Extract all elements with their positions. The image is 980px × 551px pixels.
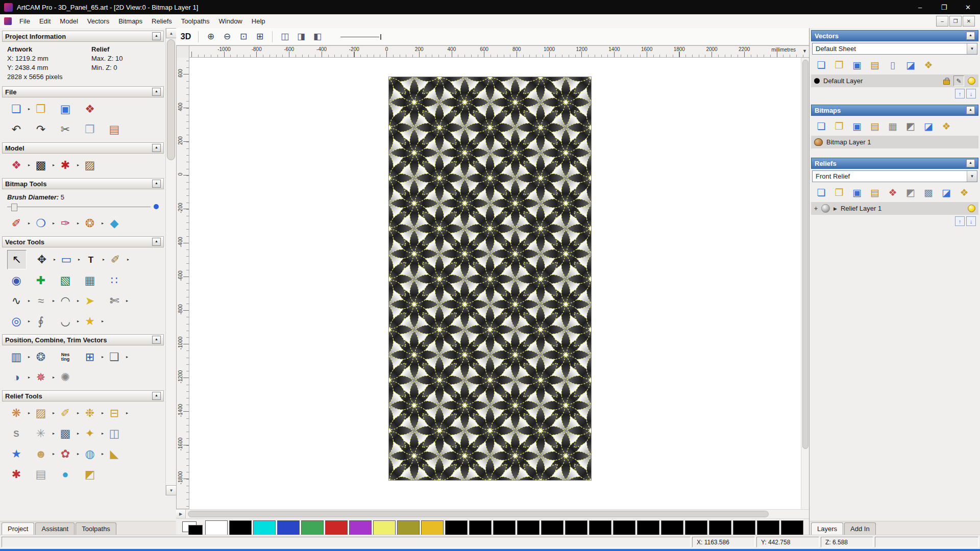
add-relief-icon[interactable]: + — [814, 205, 818, 212]
cut-button[interactable]: ✂ — [56, 120, 75, 139]
copy-button[interactable]: ❐ — [81, 120, 99, 139]
section-header-file[interactable]: File ▲ — [2, 86, 164, 97]
assistant-scrollbar[interactable]: ▲ ▼ — [165, 28, 176, 495]
tab-assistant[interactable]: Assistant — [35, 522, 75, 535]
smooth-relief-tool[interactable]: ▨▸ — [32, 404, 50, 422]
scale-relief-button[interactable]: ▩ — [921, 185, 936, 200]
create-rectangle-tool[interactable]: ▭▸ — [57, 251, 76, 269]
merge-relief-layers-button[interactable]: ❖ — [957, 185, 972, 200]
scroll-down-icon[interactable]: ▼ — [166, 485, 177, 495]
lock-icon[interactable] — [943, 80, 950, 85]
collapse-arrow-icon[interactable]: ▲ — [152, 180, 161, 188]
vector-layer-row[interactable]: Default Layer ✎ — [811, 74, 978, 87]
bitmap-to-vector-tool[interactable]: ▧ — [56, 271, 75, 290]
tab-project[interactable]: Project — [2, 522, 34, 535]
bitmaps-section-header[interactable]: Bitmaps ▲ — [811, 105, 978, 116]
tab-layers[interactable]: Layers — [811, 522, 843, 535]
relief-layer-row[interactable]: + ▶ Relief Layer 1 — [811, 202, 978, 215]
save-bitmap-layer-button[interactable]: ▣ — [849, 118, 865, 134]
scroll-up-icon[interactable]: ▲ — [166, 28, 177, 38]
palette-tool[interactable]: ❂▸ — [81, 214, 99, 233]
section-header-relief-tools[interactable]: Relief Tools ▲ — [2, 390, 164, 402]
delete-relief-layer-button[interactable]: ◪ — [939, 185, 954, 200]
mirror-vectors-tool[interactable]: ◑▸ — [7, 368, 26, 387]
preview-relief-toggle[interactable]: ◧ — [311, 30, 324, 43]
angled-plane-tool[interactable]: ◣ — [105, 445, 124, 463]
greyscale-button[interactable]: ◩ — [903, 118, 918, 134]
smooth-relief-layer-button[interactable]: ❖ — [885, 185, 900, 200]
collapse-arrow-icon[interactable]: ▲ — [152, 336, 161, 344]
sculpting-button[interactable]: ✱▸ — [56, 156, 75, 174]
menu-window[interactable]: Window — [214, 15, 247, 28]
save-relief-layer-button[interactable]: ▣ — [849, 185, 865, 200]
scrollbar-thumb[interactable] — [802, 60, 808, 449]
interactive-sculpting-tool[interactable]: ✦▸ — [81, 424, 99, 443]
visibility-bulb-icon[interactable] — [968, 205, 975, 212]
new-model-button[interactable]: ❏▸ — [7, 100, 26, 118]
mdi-minimize-button[interactable]: – — [936, 16, 948, 27]
spiral-tool[interactable]: ✺ — [56, 368, 75, 387]
collapse-arrow-icon[interactable]: ▲ — [966, 159, 975, 167]
new-relief-layer-button[interactable]: ❏ — [814, 185, 829, 200]
collapse-arrow-icon[interactable]: ▲ — [152, 32, 161, 40]
toggle-bitmap-view[interactable]: ◫ — [278, 30, 291, 43]
horizontal-scrollbar[interactable] — [186, 510, 810, 518]
zoom-out-tool[interactable]: ⊖ — [220, 30, 234, 43]
menu-file[interactable]: File — [15, 15, 35, 28]
snap-points-tool[interactable]: ∷ — [105, 271, 124, 290]
menu-model[interactable]: Model — [55, 15, 82, 28]
collapse-arrow-icon[interactable]: ▲ — [152, 88, 161, 96]
artwork-panel[interactable] — [388, 77, 592, 481]
delete-bitmap-layer-button[interactable]: ◪ — [921, 118, 936, 134]
2d-view[interactable] — [189, 58, 801, 509]
section-header-position-combine-trim[interactable]: Position, Combine, Trim Vectors ▲ — [2, 334, 164, 345]
node-editing-tool[interactable]: ✚ — [32, 271, 50, 290]
adjust-model-button[interactable]: ▩▸ — [32, 156, 50, 174]
sheet-select[interactable]: Default Sheet ▼ — [812, 43, 977, 55]
face-wizard-tool[interactable]: ☻▸ — [32, 445, 50, 463]
transform-vectors-tool[interactable]: ✥▸ — [33, 251, 51, 269]
block-copy-tool[interactable]: ⊞▸ — [81, 348, 99, 366]
ruler-options-icon[interactable]: ▼ — [802, 48, 807, 54]
circular-copy-tool[interactable]: ❂ — [32, 348, 50, 366]
relief-envelope-tool[interactable]: ▤ — [32, 465, 50, 484]
zoom-in-tool[interactable]: ⊕ — [204, 30, 217, 43]
bitmap-contrast-slider[interactable] — [340, 33, 383, 40]
brush-diameter-slider[interactable] — [7, 203, 159, 211]
chevron-down-icon[interactable]: ▼ — [967, 171, 977, 182]
set-model-size-button[interactable]: ❖▸ — [7, 156, 26, 174]
menu-vectors[interactable]: Vectors — [83, 15, 114, 28]
smooth-curve-tool[interactable]: ∮ — [32, 312, 50, 331]
create-polyline-tool[interactable]: ∿▸ — [7, 292, 26, 310]
import-vectors-button[interactable]: ▤ — [867, 57, 883, 72]
two-rail-sweep-tool[interactable]: ★ — [7, 445, 26, 463]
relief-wizard-tool[interactable]: ✱ — [7, 465, 26, 484]
arrow-curve-tool[interactable]: ➤ — [81, 292, 99, 310]
sculpting-relief-tool[interactable]: ✐▸ — [56, 404, 75, 422]
import-bitmap-button[interactable]: ▤ — [867, 118, 883, 134]
collapse-arrow-icon[interactable]: ▲ — [152, 238, 161, 246]
paint-tool[interactable]: ✐▸ — [7, 214, 26, 233]
collapse-arrow-icon[interactable]: ▲ — [152, 392, 161, 400]
collapse-arrow-icon[interactable]: ▲ — [152, 144, 161, 152]
reliefs-section-header[interactable]: Reliefs ▲ — [811, 158, 978, 169]
shape-editor-tool[interactable]: ❋▸ — [7, 404, 26, 422]
fit-arc-tool[interactable]: ◠▸ — [56, 292, 75, 310]
relief-from-image-tool[interactable]: ▩▸ — [56, 424, 75, 443]
section-header-model[interactable]: Model ▲ — [2, 142, 164, 154]
tab-toolpaths[interactable]: Toolpaths — [76, 522, 116, 535]
chevron-down-icon[interactable]: ▼ — [967, 43, 977, 54]
slider-thumb[interactable] — [11, 204, 17, 211]
pan-button[interactable]: ▶ — [176, 510, 186, 518]
extrude-tool[interactable]: ◍▸ — [81, 445, 99, 463]
menu-reliefs[interactable]: Reliefs — [147, 15, 177, 28]
move-layer-up-icon[interactable]: ↑ — [955, 89, 965, 98]
align-objects-tool[interactable]: ▥▸ — [7, 348, 26, 366]
create-star-tool[interactable]: ★▸ — [81, 312, 99, 331]
texture-flow-tool[interactable]: ✿▸ — [56, 445, 75, 463]
tab-add-in[interactable]: Add In — [844, 522, 876, 535]
group-vectors-tool[interactable]: ❑▸ — [105, 348, 124, 366]
move-layer-down-icon[interactable]: ↓ — [966, 89, 976, 98]
vectors-section-header[interactable]: Vectors ▲ — [811, 30, 978, 41]
paste-button[interactable]: ▤ — [105, 120, 124, 139]
